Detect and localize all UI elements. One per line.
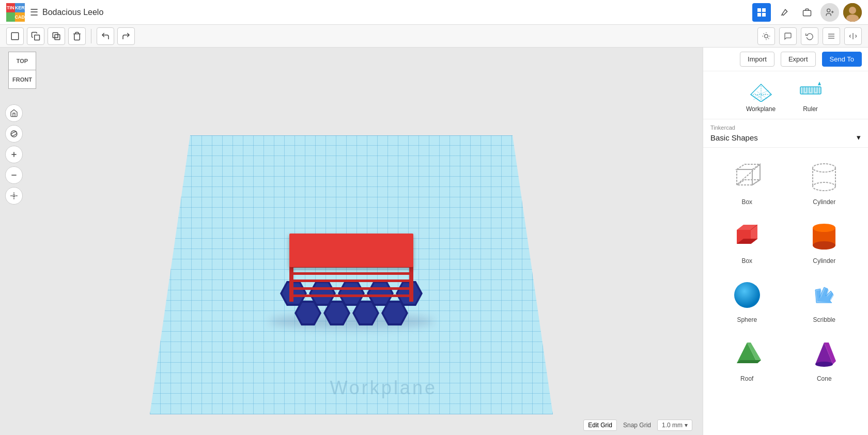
- red-legs: [289, 263, 413, 302]
- home-nav-button[interactable]: [5, 104, 23, 122]
- navigation-buttons: [5, 104, 23, 205]
- svg-line-19: [768, 38, 769, 39]
- svg-line-55: [752, 180, 760, 185]
- logo-tin: TIN: [6, 3, 15, 12]
- undo-button[interactable]: [97, 27, 114, 45]
- svg-point-67: [813, 224, 835, 232]
- comment-button[interactable]: [779, 27, 797, 45]
- shape-box-hole-label: Box: [741, 198, 752, 206]
- snap-grid-select[interactable]: 1.0 mm ▾: [657, 420, 692, 431]
- shape-scribble-label: Scribble: [813, 316, 835, 323]
- category-brand: Tinkercad: [710, 125, 861, 131]
- cylinder-solid-canvas: [803, 218, 845, 254]
- svg-marker-50: [818, 82, 821, 85]
- import-button[interactable]: Import: [740, 52, 774, 67]
- shape-box-hole[interactable]: Box: [710, 155, 784, 210]
- svg-point-66: [813, 241, 835, 250]
- logo-ker: KER: [15, 3, 25, 12]
- add-user-button[interactable]: [820, 3, 839, 22]
- svg-point-68: [734, 282, 760, 308]
- align-button[interactable]: [823, 27, 840, 45]
- shape-roof-label: Roof: [740, 375, 753, 382]
- shape-cylinder-solid[interactable]: Cylinder: [788, 214, 861, 269]
- svg-line-37: [754, 93, 764, 100]
- edit-grid-button[interactable]: Edit Grid: [583, 420, 617, 431]
- snap-grid-label: Snap Grid: [623, 422, 651, 429]
- new-design-button[interactable]: [6, 27, 24, 45]
- shape-sphere[interactable]: Sphere: [710, 273, 784, 328]
- shape-box-solid-label: Box: [741, 257, 752, 265]
- cylinder-hole-canvas: [803, 159, 845, 195]
- logo-blank: [6, 12, 15, 22]
- shape-cylinder-hole[interactable]: Cylinder: [788, 155, 861, 210]
- light-button[interactable]: [757, 27, 775, 45]
- topbar: TIN KER CAD ☰ Bodacious Leelo: [0, 0, 868, 25]
- workplane-tool[interactable]: Workplane: [740, 77, 782, 113]
- user-avatar[interactable]: [843, 3, 862, 22]
- view-cube[interactable]: TOP FRONT: [4, 52, 40, 89]
- svg-rect-2: [757, 13, 761, 17]
- tools-section: Workplane: [703, 71, 868, 119]
- rotate-button[interactable]: [801, 27, 818, 45]
- category-name: Basic Shapes: [710, 133, 758, 142]
- red-leg-right: [409, 263, 413, 302]
- ruler-icon: [795, 77, 826, 103]
- cone-canvas: [803, 336, 845, 372]
- logo-cad: CAD: [15, 12, 25, 22]
- delete-button[interactable]: [68, 27, 86, 45]
- bottom-bar: Edit Grid Snap Grid 1.0 mm ▾: [583, 420, 692, 431]
- snap-grid-dropdown-icon: ▾: [685, 422, 688, 429]
- category-dropdown-icon: ▾: [857, 133, 861, 142]
- shape-cylinder-hole-label: Cylinder: [813, 198, 835, 206]
- 3d-model[interactable]: [264, 228, 439, 321]
- right-panel: Import Export Send To: [703, 48, 868, 435]
- svg-line-54: [752, 164, 760, 169]
- svg-rect-11: [11, 33, 19, 40]
- main-content: TOP FRONT Workplane: [0, 48, 868, 435]
- ruler-tool[interactable]: Ruler: [790, 77, 831, 113]
- toolbar: [0, 25, 868, 48]
- snap-grid-value: 1.0 mm: [662, 422, 683, 429]
- shape-cone[interactable]: Cone: [788, 332, 861, 386]
- shape-sphere-label: Sphere: [737, 316, 757, 323]
- zoom-out-button[interactable]: [5, 166, 23, 184]
- svg-rect-4: [803, 10, 811, 16]
- view-top[interactable]: TOP: [8, 52, 36, 70]
- svg-marker-71: [737, 360, 761, 363]
- svg-rect-3: [762, 13, 766, 17]
- orbit-nav-button[interactable]: [5, 125, 23, 143]
- scribble-canvas: [803, 277, 845, 313]
- red-platform: [289, 234, 413, 267]
- svg-rect-13: [55, 35, 60, 40]
- box-hole-canvas: [726, 159, 768, 195]
- workplane-icon: [746, 77, 777, 103]
- shape-box-solid[interactable]: Box: [710, 214, 784, 269]
- pickaxe-btn[interactable]: [775, 3, 794, 22]
- menu-icon[interactable]: ☰: [30, 7, 38, 18]
- redo-button[interactable]: [117, 27, 135, 45]
- send-to-button[interactable]: Send To: [822, 52, 862, 67]
- project-name[interactable]: Bodacious Leelo: [42, 8, 103, 17]
- workplane-label-text: Workplane: [746, 105, 776, 113]
- svg-line-18: [764, 33, 764, 34]
- ruler-label-text: Ruler: [803, 105, 818, 113]
- tinkercad-logo[interactable]: TIN KER CAD: [6, 3, 25, 22]
- mirror-button[interactable]: [844, 27, 862, 45]
- right-panel-header: Import Export Send To: [703, 48, 868, 71]
- category-selector[interactable]: Basic Shapes ▾: [710, 133, 861, 142]
- grid-view-btn[interactable]: [752, 3, 771, 22]
- svg-point-15: [765, 34, 768, 38]
- briefcase-btn[interactable]: [798, 3, 816, 22]
- export-button[interactable]: Export: [781, 52, 816, 67]
- svg-point-57: [813, 182, 835, 191]
- zoom-in-button[interactable]: [5, 146, 23, 163]
- duplicate-button[interactable]: [48, 27, 65, 45]
- shape-scribble[interactable]: Scribble: [788, 273, 861, 328]
- canvas-area[interactable]: TOP FRONT Workplane: [0, 48, 703, 435]
- fit-view-button[interactable]: [5, 187, 23, 205]
- view-front[interactable]: FRONT: [8, 70, 36, 89]
- shape-roof[interactable]: Roof: [710, 332, 784, 386]
- svg-point-74: [815, 362, 833, 367]
- copy-button[interactable]: [27, 27, 44, 45]
- svg-rect-12: [35, 35, 40, 40]
